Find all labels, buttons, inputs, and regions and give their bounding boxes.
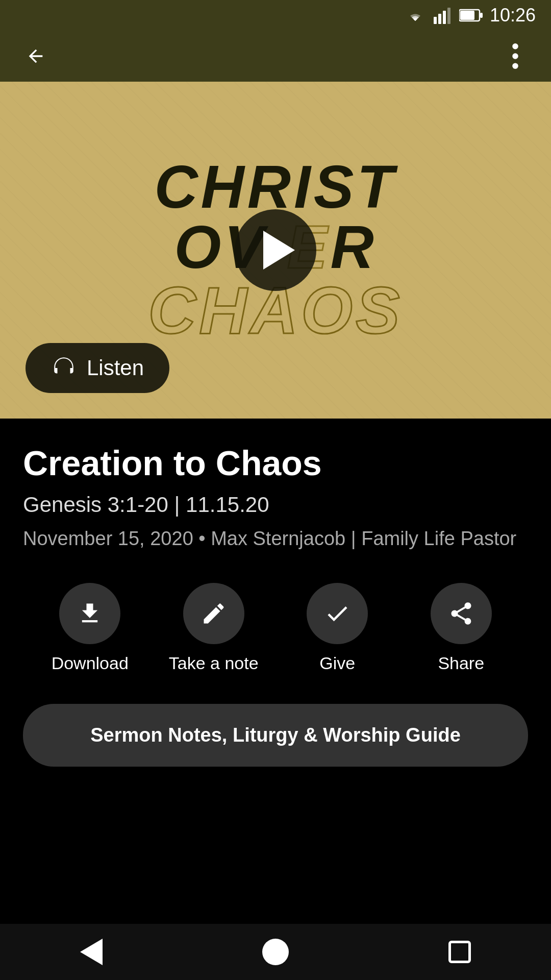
download-circle bbox=[59, 583, 120, 644]
download-action[interactable]: Download bbox=[28, 583, 152, 673]
media-container: CHRIST OV ER CHAOS Listen bbox=[0, 82, 551, 419]
share-action[interactable]: Share bbox=[399, 583, 523, 673]
share-icon bbox=[448, 600, 474, 627]
svg-point-7 bbox=[512, 43, 518, 50]
status-icons: 10:26 bbox=[404, 5, 536, 26]
signal-icon bbox=[434, 7, 452, 24]
status-bar: 10:26 bbox=[0, 0, 551, 31]
svg-rect-6 bbox=[480, 13, 483, 18]
note-icon bbox=[201, 600, 227, 627]
give-label: Give bbox=[319, 653, 355, 673]
actions-row: Download Take a note Give bbox=[23, 583, 528, 673]
battery-icon bbox=[459, 9, 483, 22]
give-circle bbox=[307, 583, 368, 644]
play-icon bbox=[263, 231, 295, 270]
svg-rect-3 bbox=[447, 8, 450, 24]
nav-back-button[interactable] bbox=[80, 939, 103, 965]
download-icon bbox=[77, 600, 103, 627]
nav-home-icon bbox=[262, 939, 289, 965]
give-icon bbox=[324, 600, 350, 627]
share-circle bbox=[431, 583, 492, 644]
sermon-reference: Genesis 3:1-20 | 11.15.20 bbox=[23, 493, 528, 517]
svg-rect-1 bbox=[438, 14, 441, 24]
nav-recents-button[interactable] bbox=[448, 941, 471, 963]
back-button[interactable] bbox=[20, 41, 51, 71]
sermon-notes-label: Sermon Notes, Liturgy & Worship Guide bbox=[90, 724, 461, 746]
svg-point-8 bbox=[512, 53, 518, 59]
svg-rect-2 bbox=[443, 11, 446, 24]
content-area: Creation to Chaos Genesis 3:1-20 | 11.15… bbox=[0, 419, 551, 807]
share-label: Share bbox=[438, 653, 484, 673]
play-button[interactable] bbox=[235, 209, 316, 291]
svg-rect-5 bbox=[460, 11, 474, 20]
bottom-nav bbox=[0, 924, 551, 980]
svg-rect-0 bbox=[434, 17, 437, 24]
wifi-icon bbox=[404, 7, 427, 24]
status-time: 10:26 bbox=[490, 5, 536, 26]
nav-recents-icon bbox=[448, 941, 471, 963]
note-label: Take a note bbox=[169, 653, 259, 673]
listen-label: Listen bbox=[87, 356, 144, 380]
sermon-meta: November 15, 2020 • Max Sternjacob | Fam… bbox=[23, 525, 528, 552]
give-action[interactable]: Give bbox=[276, 583, 399, 673]
svg-point-9 bbox=[512, 63, 518, 69]
nav-back-icon bbox=[80, 939, 103, 965]
listen-button[interactable]: Listen bbox=[26, 343, 169, 393]
note-circle bbox=[183, 583, 244, 644]
nav-home-button[interactable] bbox=[262, 939, 289, 965]
art-line-christ: CHRIST bbox=[154, 157, 396, 217]
take-note-action[interactable]: Take a note bbox=[152, 583, 276, 673]
more-button[interactable] bbox=[500, 41, 531, 71]
headphones-icon bbox=[51, 354, 77, 382]
sermon-notes-button[interactable]: Sermon Notes, Liturgy & Worship Guide bbox=[23, 704, 528, 767]
sermon-title: Creation to Chaos bbox=[23, 444, 528, 482]
top-nav bbox=[0, 31, 551, 82]
download-label: Download bbox=[52, 653, 129, 673]
